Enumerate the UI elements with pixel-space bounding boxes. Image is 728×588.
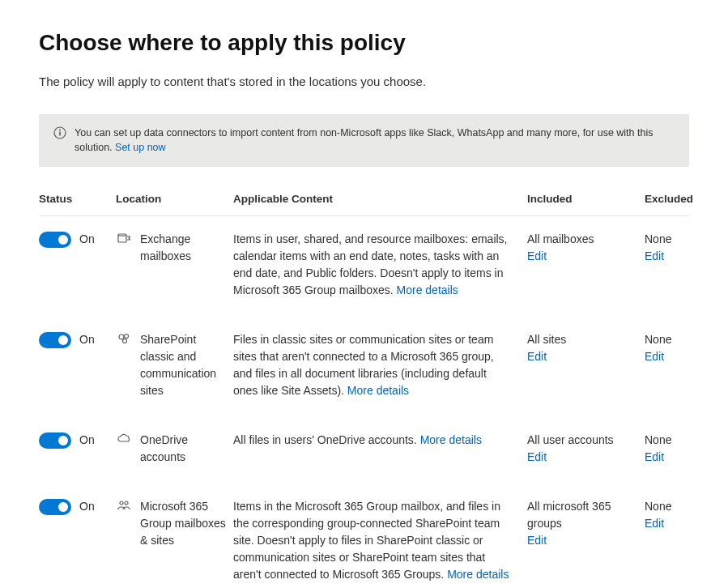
- content-text: Items in user, shared, and resource mail…: [233, 232, 508, 296]
- header-status: Status: [39, 191, 116, 207]
- status-label: On: [79, 498, 95, 515]
- table-row: On SharePoint classic and communication …: [39, 317, 689, 417]
- content-cell: Files in classic sites or communication …: [233, 331, 527, 399]
- content-text: All files in users' OneDrive accounts.: [233, 433, 420, 446]
- included-edit-link[interactable]: Edit: [527, 449, 645, 466]
- more-details-link[interactable]: More details: [397, 283, 458, 296]
- location-label: OneDrive accounts: [140, 432, 233, 466]
- location-cell: OneDrive accounts: [116, 432, 233, 466]
- excluded-value: None: [645, 331, 689, 348]
- locations-table: Status Location Applicable Content Inclu…: [39, 191, 689, 588]
- excluded-edit-link[interactable]: Edit: [645, 348, 689, 365]
- status-cell: On: [39, 231, 116, 248]
- exchange-icon: [116, 231, 132, 245]
- sharepoint-icon: [116, 331, 132, 346]
- content-cell: Items in user, shared, and resource mail…: [233, 231, 527, 299]
- included-cell: All sitesEdit: [527, 331, 645, 365]
- table-row: On Microsoft 365 Group mailboxes & sites…: [39, 484, 689, 588]
- header-included: Included: [527, 191, 645, 207]
- page-title: Choose where to apply this policy: [39, 26, 689, 60]
- more-details-link[interactable]: More details: [347, 384, 409, 397]
- svg-rect-2: [59, 131, 61, 135]
- status-cell: On: [39, 331, 116, 348]
- setup-now-link[interactable]: Set up now: [115, 142, 166, 153]
- included-value: All user accounts: [527, 432, 645, 449]
- included-edit-link[interactable]: Edit: [527, 532, 645, 549]
- header-excluded: Excluded: [645, 191, 689, 207]
- page-subtitle: The policy will apply to content that's …: [39, 73, 689, 92]
- header-location: Location: [116, 191, 233, 207]
- groups-icon: [116, 498, 132, 513]
- status-toggle[interactable]: [39, 332, 71, 348]
- excluded-cell: NoneEdit: [645, 231, 689, 265]
- more-details-link[interactable]: More details: [447, 568, 509, 581]
- content-cell: Items in the Microsoft 365 Group mailbox…: [233, 498, 527, 583]
- location-label: SharePoint classic and communication sit…: [140, 331, 233, 399]
- excluded-value: None: [645, 231, 689, 248]
- table-row: On Exchange mailboxesItems in user, shar…: [39, 216, 689, 317]
- status-label: On: [79, 331, 95, 348]
- included-value: All microsoft 365 groups: [527, 498, 645, 532]
- excluded-value: None: [645, 498, 689, 515]
- table-header: Status Location Applicable Content Inclu…: [39, 191, 689, 216]
- included-edit-link[interactable]: Edit: [527, 248, 645, 265]
- header-content: Applicable Content: [233, 191, 527, 207]
- included-value: All sites: [527, 331, 645, 348]
- svg-point-1: [59, 129, 61, 130]
- status-cell: On: [39, 432, 116, 449]
- excluded-value: None: [645, 432, 689, 449]
- included-value: All mailboxes: [527, 231, 645, 248]
- excluded-cell: NoneEdit: [645, 331, 689, 365]
- excluded-cell: NoneEdit: [645, 498, 689, 532]
- info-text-wrap: You can set up data connectors to import…: [75, 126, 675, 156]
- status-cell: On: [39, 498, 116, 515]
- excluded-edit-link[interactable]: Edit: [645, 515, 689, 532]
- location-cell: Exchange mailboxes: [116, 231, 233, 265]
- included-cell: All microsoft 365 groupsEdit: [527, 498, 645, 549]
- excluded-cell: NoneEdit: [645, 432, 689, 466]
- included-cell: All user accountsEdit: [527, 432, 645, 466]
- excluded-edit-link[interactable]: Edit: [645, 449, 689, 466]
- status-toggle[interactable]: [39, 432, 71, 449]
- location-label: Exchange mailboxes: [140, 231, 233, 265]
- onedrive-icon: [116, 432, 132, 446]
- info-banner: You can set up data connectors to import…: [39, 114, 689, 168]
- location-label: Microsoft 365 Group mailboxes & sites: [140, 498, 233, 549]
- location-cell: Microsoft 365 Group mailboxes & sites: [116, 498, 233, 549]
- included-cell: All mailboxesEdit: [527, 231, 645, 265]
- more-details-link[interactable]: More details: [420, 433, 482, 446]
- content-cell: All files in users' OneDrive accounts. M…: [233, 432, 527, 449]
- excluded-edit-link[interactable]: Edit: [645, 248, 689, 265]
- included-edit-link[interactable]: Edit: [527, 348, 645, 365]
- status-label: On: [79, 231, 95, 248]
- location-cell: SharePoint classic and communication sit…: [116, 331, 233, 399]
- info-icon: [53, 126, 66, 139]
- table-row: On OneDrive accountsAll files in users' …: [39, 417, 689, 484]
- status-toggle[interactable]: [39, 232, 71, 248]
- status-toggle[interactable]: [39, 499, 71, 515]
- status-label: On: [79, 432, 95, 449]
